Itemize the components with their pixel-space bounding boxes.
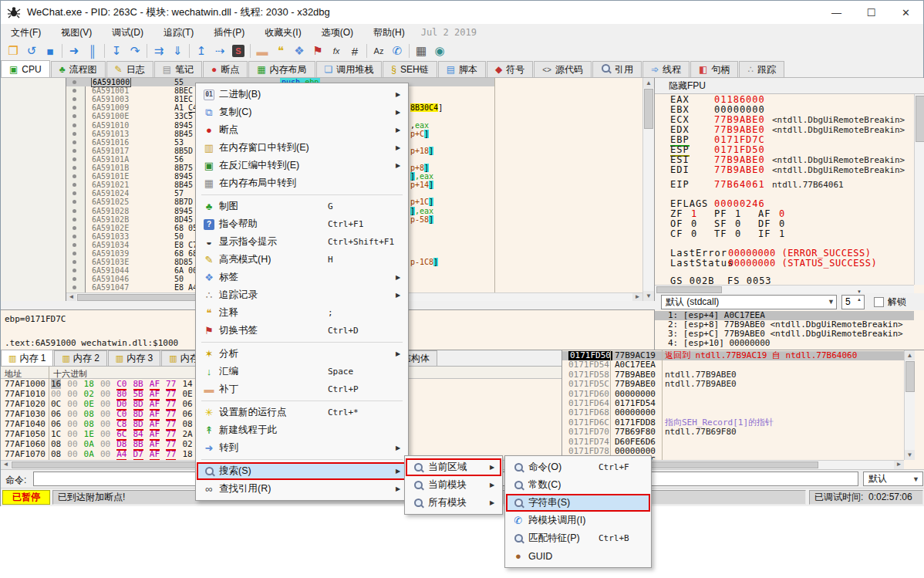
patch-icon[interactable]: ▬ [253, 42, 271, 59]
menubar-item-D[interactable]: 调试(D) [102, 25, 153, 41]
step-over-icon[interactable]: ↷ [126, 42, 144, 59]
menubar-item-P[interactable]: 插件(P) [204, 25, 255, 41]
breakpoint-dot-icon[interactable] [73, 269, 76, 272]
tab-log[interactable]: ✎日志 [106, 61, 153, 77]
stop-icon[interactable]: ■ [41, 42, 59, 59]
submenu-all-modules[interactable]: 所有模块▶ [406, 494, 501, 512]
submenu-constant[interactable]: 常数(C) [506, 476, 650, 494]
unlock-checkbox[interactable] [874, 297, 884, 307]
breakpoint-dot-icon[interactable] [73, 260, 76, 264]
attach-user-icon[interactable]: ⇢ [211, 42, 229, 59]
stack-argument-row[interactable]: 4: [esp+10] 00000000 [655, 339, 914, 348]
execute-till-return-icon[interactable]: ⇉ [150, 42, 168, 59]
tab-trace[interactable]: ∴跟踪 [739, 61, 784, 77]
hash-icon[interactable]: # [346, 42, 364, 59]
menubar-item-T[interactable]: 追踪(T) [153, 25, 204, 41]
registers-horizontal-scrollbar[interactable] [655, 285, 914, 293]
tab-cpu[interactable]: ▣CPU [1, 60, 50, 77]
menu-comment[interactable]: ❝注释; [197, 304, 407, 322]
menu-highlight-mode[interactable]: ✎高亮模式(H)H [197, 251, 407, 269]
stack-row[interactable]: 0171FD7077B69F80ntdll.77B69F80 [562, 428, 915, 437]
command-combo[interactable]: 默认▼ [863, 472, 923, 486]
submenu-command[interactable]: 命令(O)Ctrl+F [506, 458, 650, 476]
breakpoint-dot-icon[interactable] [73, 123, 76, 127]
menu-search[interactable]: 搜索(S)▶ [197, 462, 407, 480]
tab-graph[interactable]: ♣流程图 [51, 61, 106, 77]
menu-patch[interactable]: ▬补丁Ctrl+P [197, 380, 407, 398]
submenu-guid[interactable]: ●GUID [506, 547, 650, 565]
breakpoint-dot-icon[interactable] [73, 174, 76, 178]
breakpoint-dot-icon[interactable] [73, 157, 76, 161]
submenu-current-region[interactable]: 当前区域▶ [406, 458, 501, 476]
breakpoint-dot-icon[interactable] [73, 114, 76, 118]
tab-symbols[interactable]: ◆符号 [487, 61, 533, 77]
menu-find-references[interactable]: ∞查找引用(R)▶ [197, 480, 407, 498]
breakpoint-dot-icon[interactable] [73, 226, 76, 230]
menu-breakpoint[interactable]: ●断点▶ [197, 121, 407, 139]
breakpoint-dot-icon[interactable] [73, 97, 76, 101]
tab-call-stack[interactable]: ❏调用堆栈 [316, 61, 383, 77]
restart-icon[interactable]: ↺ [22, 42, 41, 59]
menu-follow-in-memory-map[interactable]: ▦在内存布局中转到 [197, 174, 407, 192]
menu-graph[interactable]: ♣制图G [197, 198, 407, 215]
open-file-icon[interactable]: ❐ [4, 42, 22, 59]
disasm-vertical-scrollbar[interactable]: ▲▼ [642, 78, 654, 301]
menu-binary[interactable]: 01二进制(B)▶ [197, 86, 407, 103]
registers-vertical-scrollbar[interactable] [914, 94, 924, 285]
menu-label[interactable]: ❖标签▶ [197, 269, 407, 286]
memtab-3[interactable]: ▥内存 3 [108, 350, 160, 366]
breakpoint-dot-icon[interactable] [73, 218, 76, 221]
menubar-item-V[interactable]: 视图(V) [51, 25, 102, 41]
step-into-icon[interactable]: ↧ [107, 42, 126, 59]
menu-goto[interactable]: ➜转到▶ [197, 439, 407, 457]
tab-threads[interactable]: ➾线程 [642, 61, 690, 77]
bookmark-icon[interactable]: ⚑ [309, 42, 327, 59]
menubar-item-I[interactable]: 收藏夹(I) [255, 25, 311, 41]
submenu-string-references[interactable]: 字符串(S) [506, 494, 650, 512]
breakpoint-dot-icon[interactable] [73, 243, 76, 247]
label-icon[interactable]: ❖ [290, 42, 309, 59]
menu-toggle-bookmark[interactable]: ⚑切换书签Ctrl+D [197, 322, 407, 340]
menubar-item-F[interactable]: 文件(F) [1, 25, 51, 41]
function-fx-icon[interactable]: fx [327, 42, 346, 59]
tab-source[interactable]: <>源代码 [534, 61, 592, 77]
breakpoint-dot-icon[interactable] [73, 132, 76, 136]
tab-references[interactable]: 引用 [592, 61, 642, 77]
stack-panel[interactable]: 0171FD5077B9AC19返回到 ntdll.77B9AC19 自 ntd… [561, 350, 924, 470]
breakpoint-dot-icon[interactable] [73, 166, 76, 170]
breakpoint-dot-icon[interactable] [73, 209, 76, 213]
tab-breakpoints[interactable]: ●断点 [203, 61, 248, 77]
menu-follow-in-disasm[interactable]: ▣在反汇编中转到(E)▶ [197, 157, 407, 174]
breakpoint-dot-icon[interactable] [73, 252, 76, 255]
menubar-item-H[interactable]: 帮助(H) [363, 25, 415, 41]
globe-icon[interactable]: ◉ [430, 42, 449, 59]
tab-handles[interactable]: ◧句柄 [690, 61, 738, 77]
tab-seh[interactable]: §SEH链 [383, 61, 437, 77]
tab-notes[interactable]: ▤笔记 [154, 61, 202, 77]
breakpoint-dot-icon[interactable] [73, 286, 76, 289]
comment-icon[interactable]: ❝ [271, 42, 290, 59]
run-icon[interactable]: ➜ [65, 42, 83, 59]
stack-row[interactable]: 0171FD6800000000 [562, 408, 915, 417]
menu-create-thread-here[interactable]: ↟新建线程于此 [197, 421, 407, 439]
stack-row[interactable]: 0171FD54A0C17EEA [562, 360, 915, 370]
menu-set-new-origin[interactable]: ✳设置新的运行点Ctrl+* [197, 404, 407, 421]
phone-call-icon[interactable]: ✆ [388, 42, 406, 59]
breakpoint-dot-icon[interactable] [73, 149, 76, 153]
submenu-pattern[interactable]: 匹配特征(P)Ctrl+B [506, 529, 650, 547]
stack-row[interactable]: 0171FD5C77B9ABE0ntdll.77B9ABE0 [562, 380, 915, 389]
menu-instruction-help[interactable]: ?指令帮助Ctrl+F1 [197, 215, 407, 233]
stack-vertical-scrollbar[interactable]: ▲▼ [904, 350, 915, 460]
breakpoint-dot-icon[interactable] [73, 89, 76, 93]
tab-memory-map[interactable]: ▦内存布局 [248, 61, 315, 77]
step-out-icon[interactable]: ↥ [192, 42, 211, 59]
breakpoint-dot-icon[interactable] [73, 191, 76, 195]
memtab-1[interactable]: ▥内存 1 [1, 350, 53, 366]
menu-analysis[interactable]: ✶分析▶ [197, 345, 407, 363]
menubar-item-O[interactable]: 选项(O) [312, 25, 363, 41]
pause-icon[interactable]: ║ [83, 42, 102, 59]
breakpoint-dot-icon[interactable] [73, 277, 76, 281]
menu-assemble[interactable]: ↓汇编Space [197, 363, 407, 380]
registers-panel[interactable]: 隐藏FPU EAX01186000EBX00000000ECX77B9ABE0<… [655, 78, 924, 350]
tab-script[interactable]: ▤脚本 [438, 61, 486, 77]
